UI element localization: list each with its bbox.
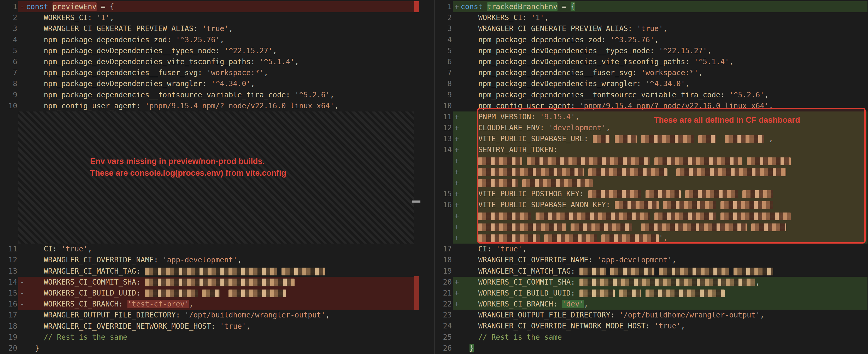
line-number (435, 178, 453, 189)
diff-marker (18, 266, 26, 277)
code-line[interactable]: 2 WORKERS_CI: '1', (0, 12, 414, 23)
diff-marker (453, 255, 461, 265)
redacted-value (580, 290, 615, 297)
code-line[interactable]: 9 npm_package_dependencies__fontsource_v… (0, 90, 414, 100)
diff-marker: + (453, 133, 461, 144)
code-line[interactable]: 8 npm_package_devDependencies_wrangler: … (435, 78, 867, 89)
code-line[interactable]: 22+ WORKERS_CI_BRANCH: 'dev', (435, 299, 867, 310)
line-number: 15 (435, 189, 453, 199)
line-number: 19 (435, 266, 453, 277)
line-number: 2 (435, 12, 453, 23)
diff-marker (453, 244, 461, 255)
line-number: 19 (0, 332, 18, 343)
code-line[interactable]: 9 npm_package_dependencies__fontsource_v… (435, 90, 867, 100)
diff-marker: + (453, 233, 461, 244)
code-line[interactable]: 3 WRANGLER_CI_GENERATE_PREVIEW_ALIAS: 't… (0, 23, 414, 34)
line-number: 1 (0, 1, 18, 12)
code-line[interactable]: 11 CI: 'true', (0, 244, 414, 255)
line-number: 11 (435, 111, 453, 123)
code-text: WORKERS_CI_BRANCH: 'test-cf-prev', (26, 299, 414, 310)
code-line[interactable]: 5 npm_package_devDependencies__types_nod… (0, 45, 414, 56)
line-number: 22 (435, 299, 453, 310)
diff-marker (18, 56, 26, 67)
redacted-value (202, 290, 220, 297)
code-text: WRANGLER_CI_MATCH_TAG: (26, 266, 414, 277)
diff-marker: - (18, 1, 26, 12)
diff-marker (18, 67, 26, 78)
diff-marker (18, 343, 26, 354)
code-line[interactable]: 6 npm_package_devDependencies_vite_tscon… (435, 56, 867, 67)
diff-marker (18, 321, 26, 332)
line-number: 4 (0, 34, 18, 45)
redacted-value (580, 279, 755, 286)
diff-marker (453, 34, 461, 45)
code-line[interactable]: 7 npm_package_dependencies__fuser_svg: '… (0, 67, 414, 78)
code-line[interactable]: 8 npm_package_devDependencies_wrangler: … (0, 78, 414, 89)
diff-marker (18, 100, 26, 111)
code-text: WORKERS_CI: '1', (26, 12, 414, 23)
code-line[interactable]: 18 WRANGLER_CI_OVERRIDE_NETWORK_MODE_HOS… (0, 321, 414, 332)
diff-marker (453, 321, 461, 331)
annotation-right-note: These are all defined in CF dashboard (654, 116, 800, 125)
diff-marker (453, 45, 461, 56)
line-number: 1 (435, 1, 453, 12)
ruler-deleted-marker (414, 276, 419, 310)
diff-marker (18, 12, 26, 23)
code-text: WORKERS_CI_BUILD_UUID: (26, 288, 414, 299)
code-line[interactable]: 14- WORKERS_CI_COMMIT_SHA: (0, 277, 414, 288)
code-text: const trackedBranchEnv = { (461, 1, 867, 12)
code-line[interactable]: 7 npm_package_dependencies__fuser_svg: '… (435, 67, 867, 78)
code-line[interactable]: 16- WORKERS_CI_BRANCH: 'test-cf-prev', (0, 299, 414, 310)
code-line[interactable]: 17 WRANGLER_OUTPUT_FILE_DIRECTORY: '/opt… (0, 310, 414, 321)
line-number (435, 211, 453, 222)
line-number: 17 (435, 244, 453, 255)
redacted-value (145, 290, 198, 297)
code-line[interactable]: 18 WRANGLER_CI_OVERRIDE_NAME: 'app-devel… (435, 255, 867, 265)
code-line[interactable]: 20+ WORKERS_CI_COMMIT_SHA: , (435, 277, 867, 288)
diff-marker (453, 100, 461, 111)
diff-marker (453, 310, 461, 321)
code-line[interactable]: 2 WORKERS_CI: '1', (435, 12, 867, 23)
code-line[interactable]: 26 } (435, 343, 867, 354)
code-line[interactable]: 19 WRANGLER_CI_MATCH_TAG: (435, 266, 867, 277)
overview-ruler[interactable] (414, 0, 434, 354)
code-text: WORKERS_CI_BUILD_UUID: (461, 288, 867, 299)
code-text: } (461, 343, 867, 354)
code-line[interactable]: 10 npm_config_user_agent: 'pnpm/9.15.4 n… (0, 100, 414, 111)
redacted-value (646, 290, 725, 297)
line-number (435, 233, 453, 244)
redacted-value (610, 267, 654, 276)
diff-marker: + (453, 288, 461, 299)
code-line[interactable]: 1+const trackedBranchEnv = { (435, 1, 867, 12)
code-line[interactable]: 3 WRANGLER_CI_GENERATE_PREVIEW_ALIAS: 't… (435, 23, 867, 34)
code-text: WRANGLER_CI_OVERRIDE_NAME: 'app-developm… (461, 255, 867, 265)
code-line[interactable]: 1-const previewEnv = { (0, 1, 414, 12)
code-text: npm_package_dependencies__fontsource_var… (26, 90, 414, 100)
code-line[interactable]: 5 npm_package_devDependencies__types_nod… (435, 45, 867, 56)
diff-marker: + (453, 111, 461, 123)
code-line[interactable]: 13 WRANGLER_CI_MATCH_TAG: (0, 266, 414, 277)
code-line[interactable]: 12 WRANGLER_CI_OVERRIDE_NAME: 'app-devel… (0, 255, 414, 265)
diff-marker (453, 90, 461, 100)
code-line[interactable]: 24 WRANGLER_CI_OVERRIDE_NETWORK_MODE_HOS… (435, 321, 867, 331)
code-line[interactable]: 25 // Rest is the same (435, 332, 867, 343)
code-line[interactable]: 15- WORKERS_CI_BUILD_UUID: (0, 288, 414, 299)
diff-marker (453, 12, 461, 23)
code-line[interactable]: 23 WRANGLER_OUTPUT_FILE_DIRECTORY: '/opt… (435, 310, 867, 321)
original-pane[interactable]: 1-const previewEnv = {2 WORKERS_CI: '1',… (0, 0, 434, 354)
code-line[interactable]: 6 npm_package_devDependencies_vite_tscon… (0, 56, 414, 67)
diff-marker (453, 332, 461, 343)
code-line[interactable]: 19 // Rest is the same (0, 332, 414, 343)
code-line[interactable]: 21+ WORKERS_CI_BUILD_UUID: (435, 288, 867, 299)
code-line[interactable]: 17 CI: 'true', (435, 244, 867, 255)
line-number: 18 (435, 255, 453, 265)
code-text: npm_package_dependencies_zod: '^3.25.76'… (461, 34, 867, 45)
code-text: CI: 'true', (461, 244, 867, 255)
code-line[interactable]: 4 npm_package_dependencies_zod: '^3.25.7… (435, 34, 867, 45)
code-line[interactable]: 4 npm_package_dependencies_zod: '^3.25.7… (0, 34, 414, 45)
ruler-deleted-marker (414, 1, 419, 12)
code-text: const previewEnv = { (26, 1, 414, 12)
code-line[interactable]: 20 } (0, 343, 414, 354)
code-text: npm_package_devDependencies__types_node:… (26, 45, 414, 56)
diff-marker (453, 266, 461, 277)
